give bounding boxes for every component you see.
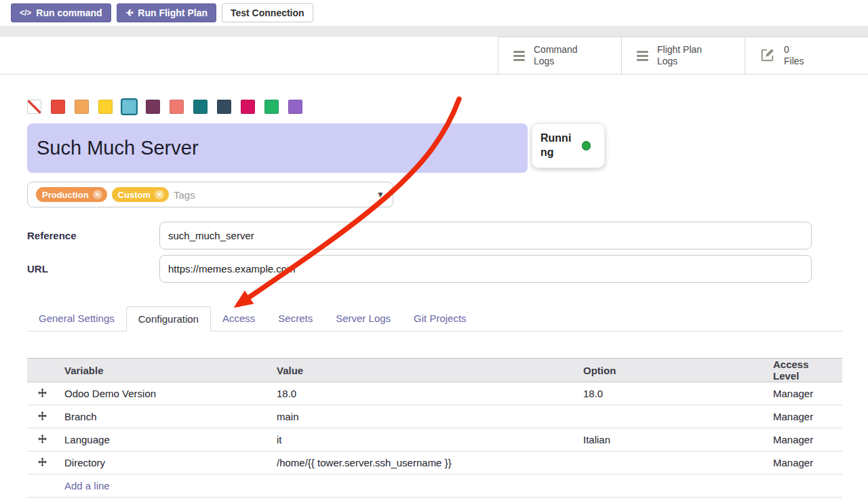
column-header-variable: Variable <box>58 359 270 382</box>
tag-pill[interactable]: Production ✕ <box>36 187 107 202</box>
cell-option[interactable] <box>576 405 766 428</box>
color-swatch[interactable] <box>217 100 231 114</box>
color-swatch[interactable] <box>288 100 302 114</box>
table-row[interactable]: Branch main Manager <box>27 405 842 428</box>
chevron-down-icon[interactable]: ▼ <box>376 190 384 199</box>
command-logs-label: Command Logs <box>534 44 591 68</box>
tags-input[interactable]: Production ✕ Custom ✕ Tags ▼ <box>27 182 393 207</box>
notebook-tabs: General Settings Configuration Access Se… <box>27 306 842 331</box>
drag-handle-icon[interactable] <box>27 428 58 451</box>
drag-handle-icon[interactable] <box>27 382 58 405</box>
files-button[interactable]: 0 Files <box>745 37 868 74</box>
column-header-value: Value <box>270 359 576 382</box>
run-command-button[interactable]: </> Run command <box>11 3 111 22</box>
test-connection-button[interactable]: Test Connection <box>222 3 313 22</box>
drag-handle-icon[interactable] <box>27 451 58 475</box>
top-toolbar: </> Run command ✈ Run Flight Plan Test C… <box>0 0 868 26</box>
edit-file-icon <box>760 47 775 64</box>
remove-tag-icon[interactable]: ✕ <box>155 190 164 199</box>
run-command-label: Run command <box>36 7 102 18</box>
reference-label: Reference <box>27 230 159 241</box>
handle-column-header <box>27 359 58 382</box>
url-input[interactable]: https://memes.example.com <box>159 255 812 283</box>
status-dot-icon <box>582 141 591 150</box>
tab-access[interactable]: Access <box>211 306 267 331</box>
command-logs-button[interactable]: Command Logs <box>498 37 621 74</box>
cell-variable[interactable]: Odoo Demo Version <box>58 382 270 405</box>
drag-handle-icon[interactable] <box>27 405 58 428</box>
record-title-input[interactable]: Such Much Server <box>27 123 528 173</box>
run-flight-plan-label: Run Flight Plan <box>138 7 208 18</box>
plane-icon: ✈ <box>125 7 134 18</box>
flight-plan-logs-button[interactable]: Flight Plan Logs <box>621 37 745 74</box>
cell-option[interactable]: 18.0 <box>576 382 766 405</box>
flight-plan-logs-label: Flight Plan Logs <box>657 44 714 68</box>
files-label: Files <box>784 56 804 68</box>
reference-input[interactable]: such_much_server <box>159 222 812 249</box>
url-row: URL https://memes.example.com <box>27 255 842 283</box>
app-window: </> Run command ✈ Run Flight Plan Test C… <box>0 0 868 503</box>
tab-server-logs[interactable]: Server Logs <box>324 306 402 331</box>
remove-tag-icon[interactable]: ✕ <box>93 190 102 199</box>
cell-variable[interactable]: Language <box>58 428 270 451</box>
color-swatch[interactable] <box>193 100 208 114</box>
tab-secrets[interactable]: Secrets <box>267 306 324 331</box>
color-swatch[interactable] <box>241 100 255 114</box>
cell-value[interactable]: 18.0 <box>270 382 576 405</box>
tag-label: Production <box>42 190 89 200</box>
cell-option[interactable] <box>576 451 766 475</box>
cell-access-level[interactable]: Manager <box>766 451 842 475</box>
column-header-access-level: Access Level <box>766 359 842 382</box>
color-swatch[interactable] <box>98 100 113 114</box>
stat-button-box: Command Logs Flight Plan Logs 0 Files <box>498 37 868 74</box>
menu-icon <box>513 51 525 61</box>
color-swatch-selected[interactable] <box>122 100 136 114</box>
add-line-link[interactable]: Add a line <box>64 480 110 491</box>
table-header-row: Variable Value Option Access Level <box>27 359 842 382</box>
cell-value[interactable]: /home/{{ tower.server.ssh_username }} <box>270 451 576 475</box>
table-row[interactable]: Odoo Demo Version 18.0 18.0 Manager <box>27 382 842 405</box>
cell-variable[interactable]: Branch <box>58 405 270 428</box>
color-swatch[interactable] <box>264 100 279 114</box>
variables-table: Variable Value Option Access Level Odoo … <box>27 358 842 498</box>
tag-label: Custom <box>118 190 151 200</box>
color-palette <box>27 100 842 114</box>
tag-pill[interactable]: Custom ✕ <box>112 187 169 202</box>
color-swatch-none[interactable] <box>27 100 41 114</box>
tab-configuration[interactable]: Configuration <box>126 306 211 331</box>
tab-git-projects[interactable]: Git Projects <box>402 306 478 331</box>
status-badge[interactable]: Running <box>532 123 605 168</box>
column-header-option: Option <box>576 359 766 382</box>
table-row[interactable]: Directory /home/{{ tower.server.ssh_user… <box>27 451 842 475</box>
menu-icon <box>637 51 648 61</box>
title-row: Such Much Server Running <box>27 123 842 173</box>
color-swatch[interactable] <box>170 100 184 114</box>
tab-general-settings[interactable]: General Settings <box>27 306 126 331</box>
field-group: Reference such_much_server URL https://m… <box>27 222 842 283</box>
empty-cell <box>27 475 58 498</box>
color-swatch[interactable] <box>51 100 65 114</box>
run-flight-plan-button[interactable]: ✈ Run Flight Plan <box>117 3 216 22</box>
color-swatch[interactable] <box>75 100 89 114</box>
cell-value[interactable]: main <box>270 405 576 428</box>
code-icon: </> <box>20 8 31 18</box>
toolbar-separator <box>0 26 868 37</box>
cell-access-level[interactable]: Manager <box>766 382 842 405</box>
status-label: Running <box>540 132 576 160</box>
reference-row: Reference such_much_server <box>27 222 842 249</box>
tags-row: Production ✕ Custom ✕ Tags ▼ <box>27 182 842 207</box>
cell-value[interactable]: it <box>270 428 576 451</box>
cell-option[interactable]: Italian <box>576 428 766 451</box>
test-connection-label: Test Connection <box>231 7 304 18</box>
tags-placeholder: Tags <box>174 189 195 201</box>
color-swatch[interactable] <box>146 100 160 114</box>
form-header: Command Logs Flight Plan Logs 0 Files <box>0 37 868 75</box>
cell-access-level[interactable]: Manager <box>766 428 842 451</box>
table-row[interactable]: Language it Italian Manager <box>27 428 842 451</box>
cell-access-level[interactable]: Manager <box>766 405 842 428</box>
files-count: 0 <box>784 44 804 56</box>
add-line-row: Add a line <box>27 475 842 498</box>
url-label: URL <box>27 263 159 275</box>
form-sheet: Such Much Server Running Production ✕ Cu… <box>0 100 868 498</box>
cell-variable[interactable]: Directory <box>58 451 270 475</box>
